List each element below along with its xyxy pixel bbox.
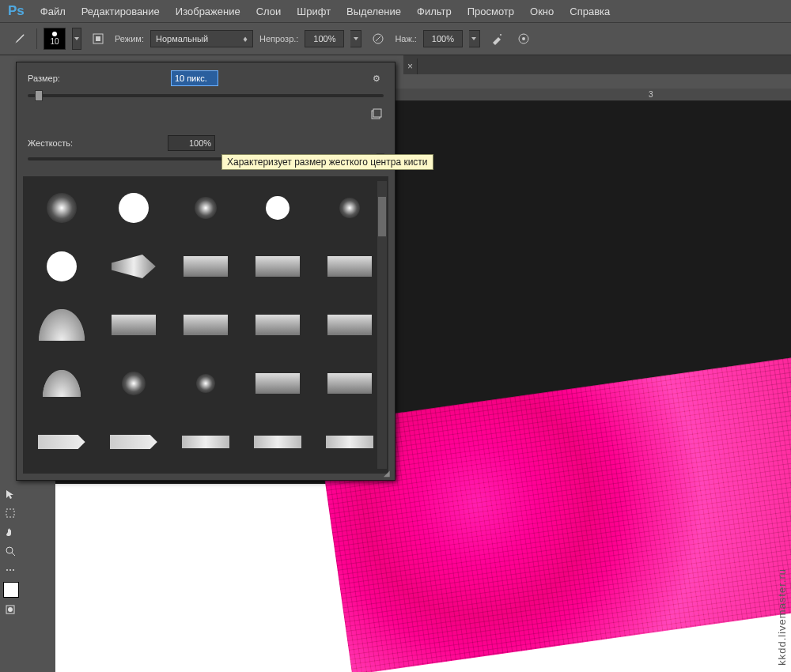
brush-preset[interactable] <box>244 298 312 352</box>
new-preset-icon[interactable] <box>369 107 384 121</box>
svg-point-11 <box>13 569 14 571</box>
menu-window[interactable]: Окно <box>522 6 562 17</box>
menu-help[interactable]: Справка <box>562 6 618 17</box>
pressure-opacity-icon[interactable] <box>368 28 388 49</box>
watermark-text: kkdd.livemaster.ru <box>776 568 788 666</box>
brush-preset-popup: Размер: ⚙ Жесткость: <box>16 62 396 481</box>
brush-preset[interactable] <box>28 298 95 352</box>
zoom-tool-icon[interactable] <box>2 542 19 560</box>
flow-dropdown[interactable] <box>469 30 480 47</box>
svg-point-10 <box>9 569 11 571</box>
brush-preset[interactable] <box>244 181 312 235</box>
brush-preset[interactable] <box>172 181 239 235</box>
brush-size-number: 10 <box>50 37 59 46</box>
airbrush-icon[interactable] <box>486 28 507 49</box>
brush-preset[interactable] <box>316 357 384 410</box>
size-slider[interactable] <box>28 94 384 97</box>
menu-file[interactable]: Файл <box>32 6 74 17</box>
opacity-label: Непрозр.: <box>259 34 298 43</box>
svg-point-3 <box>500 34 501 36</box>
brush-preset[interactable] <box>28 415 95 469</box>
menu-bar: Ps Файл Редактирование Изображение Слои … <box>0 0 791 22</box>
marquee-tool-icon[interactable] <box>2 504 19 522</box>
menu-image[interactable]: Изображение <box>168 6 248 17</box>
brush-preset[interactable] <box>28 181 95 235</box>
brush-preset[interactable] <box>172 357 239 410</box>
menu-layer[interactable]: Слои <box>248 6 290 17</box>
tooltip: Характеризует размер жесткого центра кис… <box>221 154 433 170</box>
hardness-label: Жесткость: <box>28 138 73 148</box>
brush-preset[interactable] <box>172 240 239 293</box>
svg-rect-15 <box>373 109 381 117</box>
brush-preset[interactable] <box>316 240 384 293</box>
move-tool-icon[interactable] <box>2 485 19 503</box>
brush-preset[interactable] <box>28 240 95 293</box>
svg-point-13 <box>8 607 13 612</box>
brush-preset[interactable] <box>100 357 167 410</box>
tools-panel <box>0 484 21 620</box>
blend-mode-value: Нормальный <box>156 34 208 43</box>
brush-preset-dropdown[interactable] <box>72 28 81 50</box>
brush-preset-thumb[interactable]: 10 <box>44 28 66 50</box>
svg-point-9 <box>6 569 8 571</box>
brush-tool-icon[interactable] <box>8 28 30 50</box>
brush-hardness-input[interactable] <box>168 135 215 151</box>
resize-handle-icon[interactable]: ◢ <box>384 469 393 478</box>
gear-icon[interactable]: ⚙ <box>369 71 384 85</box>
brush-preset[interactable] <box>100 415 167 469</box>
brush-preset[interactable] <box>100 298 167 352</box>
brush-preset[interactable] <box>100 240 167 293</box>
svg-rect-1 <box>96 36 100 41</box>
brush-preset[interactable] <box>316 298 384 352</box>
menu-select[interactable]: Выделение <box>339 6 409 17</box>
tab-close-button[interactable]: × <box>403 59 418 74</box>
blend-mode-select[interactable]: Нормальный ♦ <box>150 30 253 47</box>
quickmask-icon[interactable] <box>2 601 19 618</box>
pressure-size-icon[interactable] <box>513 28 534 49</box>
edit-toolbar-icon[interactable] <box>2 561 19 579</box>
options-bar: 10 Режим: Нормальный ♦ Непрозр.: 100% На… <box>0 22 791 55</box>
ruler-mark: 3 <box>649 90 653 99</box>
svg-point-7 <box>6 547 13 553</box>
opacity-dropdown[interactable] <box>350 30 361 47</box>
svg-point-5 <box>522 37 525 40</box>
size-label: Размер: <box>28 74 60 83</box>
svg-rect-6 <box>6 509 14 517</box>
preset-scrollbar[interactable] <box>377 181 387 469</box>
brush-preset[interactable] <box>316 415 384 469</box>
flow-label: Наж.: <box>395 34 417 43</box>
app-logo: Ps <box>8 3 25 19</box>
menu-type[interactable]: Шрифт <box>289 6 339 17</box>
brush-preset[interactable] <box>244 357 312 410</box>
svg-line-8 <box>12 553 15 556</box>
menu-edit[interactable]: Редактирование <box>74 6 168 17</box>
menu-view[interactable]: Просмотр <box>460 6 522 17</box>
opacity-input[interactable]: 100% <box>305 30 344 47</box>
brush-preset[interactable] <box>316 181 384 235</box>
brush-preset[interactable] <box>244 415 312 469</box>
brush-preset[interactable] <box>28 357 95 410</box>
hand-tool-icon[interactable] <box>2 523 19 541</box>
brush-size-input[interactable] <box>171 70 218 86</box>
brush-preset[interactable] <box>244 240 312 293</box>
brush-preset[interactable] <box>172 298 239 352</box>
brush-preset[interactable] <box>100 181 167 235</box>
mode-label: Режим: <box>115 34 144 43</box>
foreground-color-swatch[interactable] <box>3 582 19 598</box>
brush-preset[interactable] <box>172 415 239 469</box>
toggle-brush-panel-icon[interactable] <box>88 28 108 49</box>
brush-preset-grid <box>23 176 388 474</box>
menu-filter[interactable]: Фильтр <box>409 6 460 17</box>
flow-input[interactable]: 100% <box>423 30 463 47</box>
